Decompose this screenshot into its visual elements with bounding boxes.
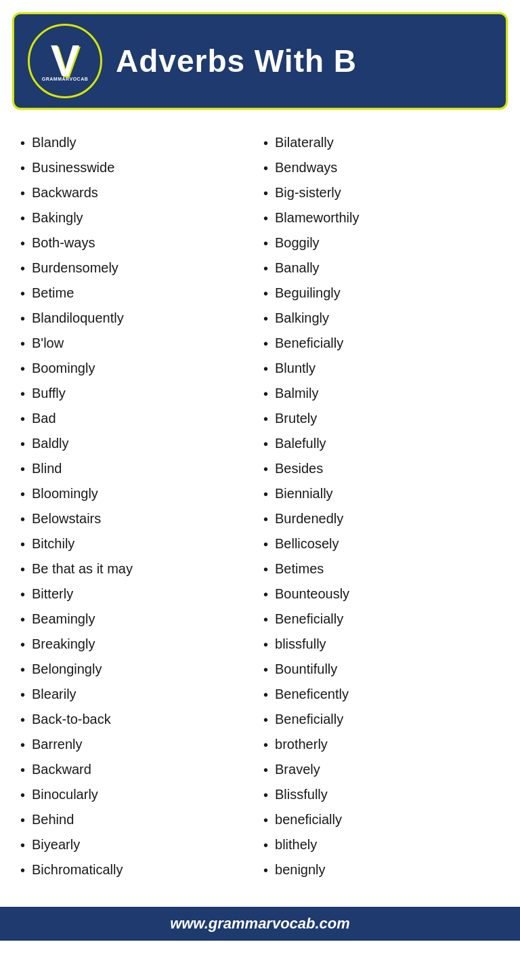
item-text: Balkingly xyxy=(275,309,329,327)
list-item: •Bounteously xyxy=(263,581,500,607)
item-text: Bitterly xyxy=(32,585,73,603)
bullet-icon: • xyxy=(20,736,25,754)
bullet-icon: • xyxy=(20,510,25,528)
list-item: •Bad xyxy=(20,406,257,431)
list-item: •Breakingly xyxy=(20,632,257,657)
item-text: Betime xyxy=(32,284,74,302)
columns-container: •Blandly•Businesswide•Backwards•Bakingly… xyxy=(20,130,500,882)
bullet-icon: • xyxy=(263,761,268,779)
list-item: •Balkingly xyxy=(263,306,500,331)
item-text: B'low xyxy=(32,334,64,352)
item-text: Boomingly xyxy=(32,359,95,377)
item-text: Balmily xyxy=(275,384,318,402)
list-item: •Beamingly xyxy=(20,607,257,632)
item-text: Burdensomely xyxy=(32,259,118,277)
list-item: •Beneficially xyxy=(263,607,500,632)
bullet-icon: • xyxy=(20,836,25,854)
item-text: Bloomingly xyxy=(32,485,98,502)
list-item: •Big-sisterly xyxy=(263,180,500,205)
bullet-icon: • xyxy=(20,711,25,729)
bullet-icon: • xyxy=(263,335,268,352)
item-text: Balefully xyxy=(275,434,326,452)
bullet-icon: • xyxy=(263,786,268,804)
bullet-icon: • xyxy=(263,159,268,177)
bullet-icon: • xyxy=(20,360,25,377)
bullet-icon: • xyxy=(20,460,25,478)
item-text: Businesswide xyxy=(32,159,114,176)
bullet-icon: • xyxy=(20,761,25,779)
content-area: •Blandly•Businesswide•Backwards•Bakingly… xyxy=(0,123,520,896)
item-text: blithely xyxy=(275,836,317,853)
item-text: Barrenly xyxy=(32,735,82,753)
bullet-icon: • xyxy=(20,611,25,628)
list-item: •Blameworthily xyxy=(263,205,500,230)
bullet-icon: • xyxy=(20,385,25,403)
list-item: •Bitterly xyxy=(20,581,257,607)
item-text: Bakingly xyxy=(32,209,83,226)
footer: www.grammarvocab.com xyxy=(0,907,520,941)
item-text: Beneficially xyxy=(275,334,343,352)
bullet-icon: • xyxy=(20,285,25,302)
bullet-icon: • xyxy=(263,586,268,603)
list-item: •Be that as it may xyxy=(20,556,257,581)
list-item: •Burdenedly xyxy=(263,506,500,531)
list-item: •Biyearly xyxy=(20,832,257,857)
bullet-icon: • xyxy=(263,209,268,227)
bullet-icon: • xyxy=(20,560,25,578)
list-item: •Bitchily xyxy=(20,531,257,556)
item-text: Betimes xyxy=(275,560,324,577)
list-item: •Barrenly xyxy=(20,732,257,757)
header: V GRAMMARVOCAB Adverbs With B xyxy=(12,12,508,110)
bullet-icon: • xyxy=(20,209,25,227)
list-item: •Bichromatically xyxy=(20,857,257,882)
item-text: Beguilingly xyxy=(275,284,341,302)
logo-container: V GRAMMARVOCAB xyxy=(28,24,102,98)
item-text: Bad xyxy=(32,409,56,427)
list-item: •Blandly xyxy=(20,130,257,155)
list-item: •Belongingly xyxy=(20,657,257,682)
list-item: •Betime xyxy=(20,281,257,306)
list-item: •Balmily xyxy=(263,381,500,406)
bullet-icon: • xyxy=(20,586,25,603)
bullet-icon: • xyxy=(263,535,268,553)
bullet-icon: • xyxy=(20,234,25,252)
list-item: •Beneficently xyxy=(263,682,500,707)
list-item: •beneficially xyxy=(263,807,500,832)
item-text: Bluntly xyxy=(275,359,316,377)
item-text: Bichromatically xyxy=(32,861,123,878)
list-item: •Blandiloquently xyxy=(20,306,257,331)
item-text: Bellicosely xyxy=(275,535,339,552)
item-text: Bitchily xyxy=(32,535,74,552)
list-item: •Blearily xyxy=(20,682,257,707)
bullet-icon: • xyxy=(263,134,268,152)
list-item: •Businesswide xyxy=(20,155,257,180)
list-item: •Besides xyxy=(263,456,500,481)
bullet-icon: • xyxy=(263,836,268,854)
bullet-icon: • xyxy=(20,686,25,703)
bullet-icon: • xyxy=(20,661,25,678)
item-text: Bilaterally xyxy=(275,134,334,151)
bullet-icon: • xyxy=(20,485,25,503)
page-title: Adverbs With B xyxy=(116,43,357,79)
bullet-icon: • xyxy=(263,811,268,829)
list-item: •Blissfully xyxy=(263,782,500,807)
bullet-icon: • xyxy=(20,310,25,327)
bullet-icon: • xyxy=(20,134,25,152)
list-item: •Bountifully xyxy=(263,657,500,682)
list-item: •Bakingly xyxy=(20,205,257,230)
item-text: Belowstairs xyxy=(32,510,101,527)
list-item: •Blind xyxy=(20,456,257,481)
list-item: •Back-to-back xyxy=(20,707,257,732)
list-item: •B'low xyxy=(20,331,257,356)
list-item: •benignly xyxy=(263,857,500,882)
item-text: Backward xyxy=(32,760,91,778)
list-item: •Bellicosely xyxy=(263,531,500,556)
right-column: •Bilaterally•Bendways•Big-sisterly•Blame… xyxy=(263,130,500,882)
bullet-icon: • xyxy=(263,460,268,478)
bullet-icon: • xyxy=(263,360,268,377)
item-text: Blandiloquently xyxy=(32,309,124,327)
bullet-icon: • xyxy=(263,560,268,578)
item-text: Both-ways xyxy=(32,234,95,251)
list-item: •brotherly xyxy=(263,732,500,757)
item-text: Biennially xyxy=(275,485,333,502)
